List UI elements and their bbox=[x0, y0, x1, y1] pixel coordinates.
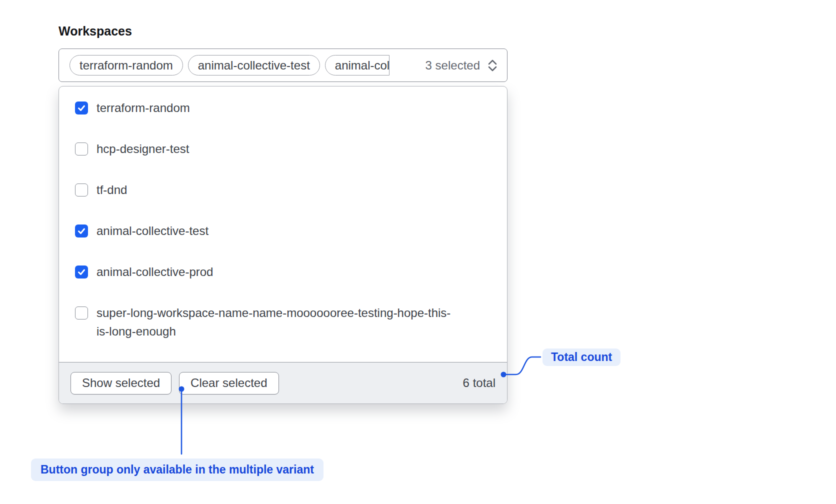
option-row[interactable]: super-long-workspace-name-name-moooooore… bbox=[59, 292, 507, 352]
checkbox-checked-icon[interactable] bbox=[75, 224, 88, 238]
option-row[interactable]: animal-collective-test bbox=[59, 210, 507, 252]
selected-pill[interactable]: animal-collective-test bbox=[188, 55, 320, 76]
workspaces-label: Workspaces bbox=[58, 24, 132, 38]
selected-pill[interactable]: animal-collective-prod bbox=[325, 55, 390, 76]
option-row[interactable]: tf-dnd bbox=[59, 170, 507, 210]
listbox-panel: terraform-randomhcp-designer-testtf-dnda… bbox=[58, 86, 508, 404]
checkbox-unchecked-icon[interactable] bbox=[75, 306, 88, 320]
multiselect-trigger[interactable]: terraform-randomanimal-collective-testan… bbox=[58, 48, 508, 82]
selected-count-wrap: 3 selected bbox=[426, 58, 499, 73]
chevrons-up-down-icon bbox=[486, 58, 499, 73]
checkbox-unchecked-icon[interactable] bbox=[75, 142, 88, 156]
selected-pill[interactable]: terraform-random bbox=[70, 55, 183, 76]
checkbox-unchecked-icon[interactable] bbox=[75, 184, 88, 196]
option-label: animal-collective-prod bbox=[96, 262, 213, 281]
selected-pills: terraform-randomanimal-collective-testan… bbox=[70, 55, 414, 76]
options-list: terraform-randomhcp-designer-testtf-dnda… bbox=[59, 86, 507, 362]
option-label: terraform-random bbox=[96, 98, 190, 117]
checkbox-checked-icon[interactable] bbox=[75, 266, 88, 278]
selected-count: 3 selected bbox=[426, 58, 480, 72]
option-row[interactable]: hcp-designer-test bbox=[59, 128, 507, 170]
checkbox-checked-icon[interactable] bbox=[75, 102, 88, 114]
listbox-footer: Show selected Clear selected 6 total bbox=[59, 362, 507, 404]
clear-selected-button[interactable]: Clear selected bbox=[179, 372, 278, 394]
option-label: super-long-workspace-name-name-moooooore… bbox=[96, 304, 456, 340]
total-count-connector-line bbox=[506, 357, 540, 374]
option-label: hcp-designer-test bbox=[96, 140, 189, 158]
total-count-callout: Total count bbox=[542, 348, 620, 366]
option-label: animal-collective-test bbox=[96, 222, 208, 240]
button-group-callout: Button group only available in the multi… bbox=[31, 458, 324, 481]
option-row[interactable]: terraform-random bbox=[59, 88, 507, 128]
option-row[interactable]: animal-collective-prod bbox=[59, 252, 507, 292]
total-count: 6 total bbox=[463, 376, 496, 390]
multiselect-demo-canvas: Workspaces terraform-randomanimal-collec… bbox=[0, 0, 836, 504]
option-label: tf-dnd bbox=[96, 180, 127, 199]
show-selected-button[interactable]: Show selected bbox=[70, 372, 172, 394]
